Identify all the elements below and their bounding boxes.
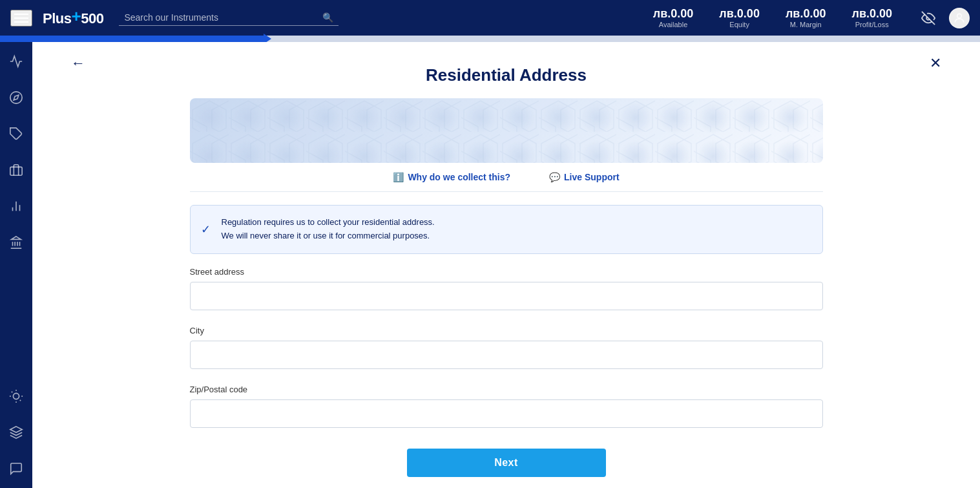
form-container: Residential Address ℹ️ — [151, 42, 862, 488]
sidebar-item-analytics[interactable] — [5, 195, 28, 218]
city-input[interactable] — [190, 341, 823, 369]
why-collect-link[interactable]: ℹ️ Why do we collect this? — [393, 172, 510, 182]
search-icon: 🔍 — [322, 12, 333, 23]
sidebar-item-layers[interactable] — [5, 421, 28, 444]
zip-input[interactable] — [190, 399, 823, 428]
back-button[interactable]: ← — [71, 55, 85, 72]
city-label: City — [190, 326, 823, 335]
main-layout: ← ✕ Residential Address — [0, 42, 980, 488]
profit-loss-value: лв.0.00 — [851, 7, 892, 21]
progress-bar-container — [0, 36, 980, 42]
search-bar[interactable]: 🔍 — [119, 10, 339, 26]
nav-icons — [918, 8, 970, 28]
zip-group: Zip/Postal code — [190, 385, 823, 428]
chat-icon: 💬 — [549, 172, 560, 182]
available-label: Available — [653, 21, 694, 28]
zip-label: Zip/Postal code — [190, 385, 823, 394]
sidebar-item-chat[interactable] — [5, 457, 28, 480]
margin-metric: лв.0.00 M. Margin — [786, 7, 826, 28]
info-text: Regulation requires us to collect your r… — [222, 216, 809, 243]
margin-value: лв.0.00 — [786, 7, 826, 21]
available-metric: лв.0.00 Available — [653, 7, 694, 28]
sidebar-item-compass[interactable] — [5, 86, 28, 109]
sidebar-item-tag[interactable] — [5, 122, 28, 145]
equity-metric: лв.0.00 Equity — [719, 7, 760, 28]
hero-banner — [190, 98, 823, 163]
street-label: Street address — [190, 267, 823, 277]
svg-line-19 — [20, 400, 21, 401]
street-address-group: Street address — [190, 267, 823, 310]
svg-rect-26 — [190, 98, 823, 163]
visibility-toggle-button[interactable] — [918, 8, 939, 28]
svg-point-15 — [13, 393, 19, 399]
logo: Plus+500 — [43, 8, 103, 28]
available-value: лв.0.00 — [653, 7, 694, 21]
sidebar — [0, 42, 32, 488]
sidebar-item-chart-line[interactable] — [5, 50, 28, 73]
profit-loss-label: Profit/Loss — [851, 21, 892, 28]
live-support-link[interactable]: 💬 Live Support — [549, 172, 620, 182]
progress-bar-fill — [0, 36, 265, 42]
margin-label: M. Margin — [786, 21, 826, 28]
close-button[interactable]: ✕ — [930, 55, 941, 72]
svg-rect-5 — [10, 167, 22, 175]
top-navigation: Plus+500 🔍 лв.0.00 Available лв.0.00 Equ… — [0, 0, 980, 36]
svg-marker-22 — [10, 427, 22, 432]
equity-value: лв.0.00 — [719, 7, 760, 21]
content-area: ← ✕ Residential Address — [32, 42, 980, 488]
svg-line-18 — [12, 392, 12, 392]
search-input[interactable] — [124, 12, 317, 23]
svg-point-1 — [957, 14, 962, 18]
info-icon: ℹ️ — [393, 172, 404, 182]
city-group: City — [190, 326, 823, 369]
info-box: ✓ Regulation requires us to collect your… — [190, 205, 823, 254]
sidebar-item-briefcase[interactable] — [5, 158, 28, 182]
user-profile-button[interactable] — [949, 8, 970, 28]
sidebar-item-theme[interactable] — [5, 385, 28, 408]
next-button[interactable]: Next — [407, 449, 606, 477]
page-title: Residential Address — [190, 55, 823, 85]
hamburger-menu[interactable] — [10, 10, 32, 27]
check-icon: ✓ — [201, 220, 211, 239]
svg-marker-14 — [12, 237, 21, 240]
street-address-input[interactable] — [190, 282, 823, 310]
svg-marker-3 — [14, 95, 19, 100]
nav-metrics: лв.0.00 Available лв.0.00 Equity лв.0.00… — [653, 7, 892, 28]
banner-links: ℹ️ Why do we collect this? 💬 Live Suppor… — [190, 163, 823, 192]
svg-point-2 — [10, 92, 22, 103]
profit-loss-metric: лв.0.00 Profit/Loss — [851, 7, 892, 28]
equity-label: Equity — [719, 21, 760, 28]
sidebar-item-bank[interactable] — [5, 231, 28, 254]
